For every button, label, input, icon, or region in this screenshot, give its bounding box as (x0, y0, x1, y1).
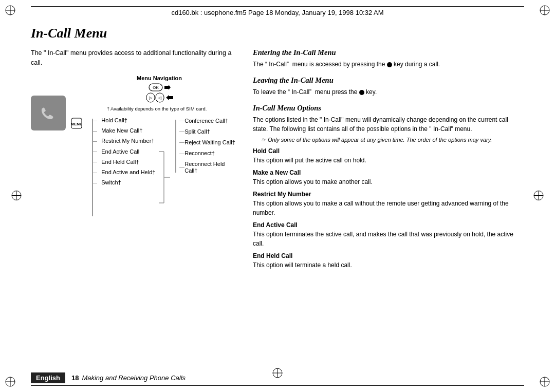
diagram-area: Menu Navigation OK (31, 75, 237, 219)
ok-nav-icon: OK (149, 83, 163, 91)
arrow-right-icon (164, 85, 171, 90)
option-restrict-number-text: This option allows you to make a call wi… (253, 199, 524, 217)
option-hold-call-text: This option will put the active call on … (253, 156, 524, 165)
rmi-line-3 (179, 142, 184, 143)
options-title: In-Call Menu Options (253, 104, 524, 113)
rmi-line-5 (179, 167, 184, 168)
right-column: Entering the In-Call Menu The “ In-Call”… (253, 48, 524, 366)
option-make-new-call-title: Make a New Call (253, 169, 524, 176)
header-bar: cd160.bk : usephone.fm5 Page 18 Monday, … (31, 6, 524, 16)
option-end-held-title: End Held Call (253, 252, 524, 259)
side-mark-right (532, 189, 545, 203)
header-text: cd160.bk : usephone.fm5 Page 18 Monday, … (171, 9, 383, 16)
entering-title: Entering the In-Call Menu (253, 48, 524, 57)
nav-icon-row-1: OK (149, 83, 171, 91)
bracket-connector (159, 116, 170, 219)
menu-button-icon: MENU (71, 118, 82, 129)
options-intro: The options listed in the " In-Call" men… (253, 115, 524, 134)
page-title: In-Call Menu (31, 26, 524, 41)
option-end-active-title: End Active Call (253, 221, 524, 229)
menu-item-make-new-call: Make New Call† (97, 126, 159, 136)
menu-item-conference: Conference Call† (179, 116, 237, 126)
entering-text: The “ In-Call” menu is accessed by press… (253, 60, 524, 69)
option-restrict-number-title: Restrict My Number (253, 191, 524, 198)
nav-icons-2: ▷ ◁ (81, 92, 237, 103)
arrow-left-icon (166, 95, 173, 100)
svg-text:MENU: MENU (71, 122, 82, 126)
svg-text:◁: ◁ (158, 96, 162, 100)
option-make-new-call-text: This option allows you to make another c… (253, 177, 524, 186)
right-menu-items: Conference Call† Split Call† Reject Wait… (170, 116, 237, 219)
option-hold-call-title: Hold Call (253, 147, 524, 155)
option-end-active-text: This option terminates the active call, … (253, 230, 524, 248)
rmi-line-1 (179, 121, 184, 121)
section-entering: Entering the In-Call Menu The “ In-Call”… (253, 48, 524, 69)
corner-mark-bl (4, 376, 16, 388)
phone-icon (37, 102, 60, 124)
options-note: ☞ Only some of the options will appear a… (253, 137, 524, 143)
phone-icon-box (31, 96, 66, 130)
svg-marker-20 (164, 85, 171, 90)
ok-button-icon-2 (359, 90, 364, 95)
chapter-title: Making and Receiving Phone Calls (82, 374, 186, 382)
rmi-line-4 (179, 154, 184, 154)
corner-mark-br (539, 376, 551, 388)
svg-marker-25 (166, 95, 173, 100)
ok-button-icon-1 (387, 62, 392, 67)
svg-text:OK: OK (153, 85, 159, 90)
vert-connector-line (92, 119, 93, 216)
availability-note: † Availability depends on the type of SI… (76, 106, 237, 111)
nav-icon-row-2: ▷ ◁ (146, 92, 173, 103)
menu-items-diagram: MENU Hold Call† Make New Call† Restrict … (71, 116, 237, 219)
leaving-title: Leaving the In-Call Menu (253, 76, 524, 85)
main-content: In-Call Menu The " In-Call" menu provide… (31, 26, 524, 366)
intro-text: The " In-Call" menu provides access to a… (31, 48, 237, 68)
corner-mark-tr (539, 4, 551, 16)
menu-nav-label: Menu Navigation (81, 75, 237, 81)
nav-icons: OK (81, 83, 237, 91)
leaving-text: To leave the “ In-Call” menu press the k… (253, 87, 524, 97)
section-options: In-Call Menu Options The options listed … (253, 104, 524, 270)
corner-mark-tl (4, 4, 16, 16)
menu-item-reconnect: Reconnect† (179, 148, 237, 159)
menu-button-area: MENU (71, 116, 85, 219)
menu-item-end-held: End Held Call† (97, 157, 159, 167)
side-mark-left (10, 189, 23, 203)
menu-item-end-active-held: End Active and Held† (97, 167, 159, 177)
bracket-svg (159, 116, 170, 218)
menu-item-switch: Switch† (97, 178, 159, 188)
menu-item-split: Split Call† (179, 126, 237, 137)
two-column-layout: The " In-Call" menu provides access to a… (31, 48, 524, 366)
menu-item-end-active: End Active Call (97, 146, 159, 157)
option-end-held-text: This option will terminate a held call. (253, 260, 524, 270)
menu-item-reject-waiting: Reject Waiting Call† (179, 137, 237, 148)
left-column: The " In-Call" menu provides access to a… (31, 48, 237, 366)
left-menu-items: Hold Call† Make New Call† Restrict My Nu… (87, 116, 159, 219)
menu-item-hold-call: Hold Call† (97, 116, 159, 126)
menu-item-restrict-number: Restrict My Number† (97, 136, 159, 146)
language-badge: English (31, 372, 65, 383)
rmi-line-2 (179, 132, 184, 132)
nav-circle-icon: ▷ ◁ (146, 92, 164, 103)
page-number: 18 (71, 374, 79, 382)
svg-text:▷: ▷ (149, 96, 153, 100)
right-vert-line (175, 120, 176, 173)
section-leaving: Leaving the In-Call Menu To leave the “ … (253, 76, 524, 97)
bottom-center-mark (271, 367, 284, 381)
menu-item-reconnect-held: Reconnect Held Call† (179, 159, 237, 176)
menu-navigation-diagram: Menu Navigation OK (71, 75, 237, 219)
